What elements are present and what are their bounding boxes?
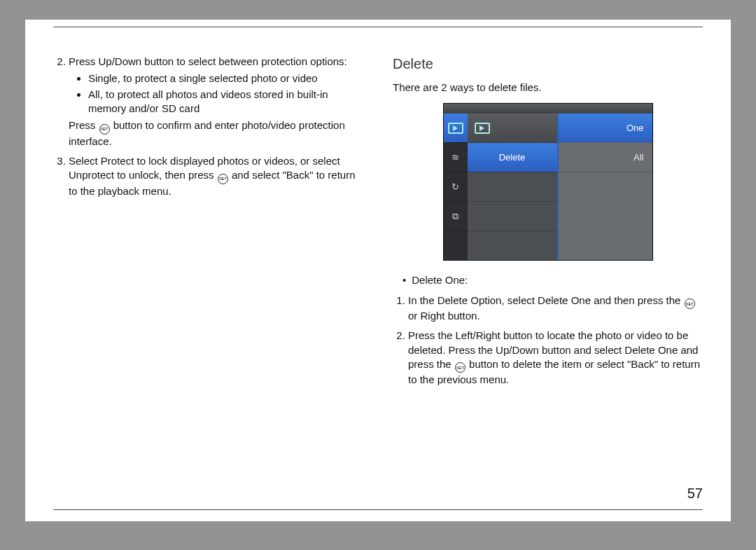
menu-mid-delete: Delete	[468, 143, 557, 172]
set-icon: SET	[99, 124, 110, 135]
step-2-intro: Press Up/Down button to select between p…	[69, 55, 347, 67]
step-2-after-a: Press	[69, 119, 99, 131]
manual-page: Press Up/Down button to select between p…	[25, 20, 731, 521]
playback-tab-icon	[444, 114, 468, 143]
menu-mid-empty-1	[468, 172, 557, 202]
menu-option-all: All	[559, 143, 653, 172]
menu-option-one: One	[559, 114, 653, 143]
step-2-after-b: button to confirm and enter photo/video …	[69, 119, 345, 147]
step-2: Press Up/Down button to select between p…	[69, 55, 363, 149]
bottom-rule	[53, 509, 703, 510]
left-steps: Press Up/Down button to select between p…	[53, 55, 363, 198]
delete-one-label: Delete One:	[412, 273, 468, 287]
delete-one-steps: In the Delete Option, select Delete One …	[393, 294, 703, 387]
step-3: Select Protect to lock displayed photos …	[69, 154, 363, 198]
delete-heading: Delete	[393, 55, 703, 74]
menu-right-fill	[559, 172, 653, 256]
content-columns: Press Up/Down button to select between p…	[53, 55, 703, 493]
delete-step-1: In the Delete Option, select Delete One …	[408, 294, 703, 324]
delete-step-1-b: or Right button.	[408, 310, 480, 322]
set-icon: SET	[455, 362, 465, 373]
bullet-all: All, to protect all photos and videos st…	[88, 88, 363, 116]
set-icon: SET	[218, 174, 228, 184]
delete-step-2: Press the Left/Right button to locate th…	[408, 329, 703, 387]
menu-topbar	[444, 104, 652, 114]
delete-intro: There are 2 ways to delete files.	[393, 81, 703, 95]
delete-one-bullet: Delete One:	[402, 273, 703, 287]
step-2-after: Press SET button to confirm and enter ph…	[69, 118, 363, 149]
sidebar-icon-2: ≋	[444, 143, 468, 172]
menu-mid-header	[468, 114, 557, 143]
option-one-label: One	[626, 122, 644, 135]
menu-middle: Delete	[468, 114, 557, 260]
set-icon: SET	[685, 298, 695, 309]
bullet-dot-icon	[402, 273, 406, 287]
step-2-bullets: Single, to protect a single selected pho…	[69, 71, 363, 116]
right-column: Delete There are 2 ways to delete files.…	[393, 55, 703, 493]
bullet-single: Single, to protect a single selected pho…	[88, 71, 363, 85]
play-icon	[448, 123, 463, 134]
camera-menu-screenshot: ≋ ↻ ⧉ Delete One All	[443, 103, 653, 261]
left-column: Press Up/Down button to select between p…	[53, 55, 363, 493]
sidebar-icon-3: ↻	[444, 172, 468, 202]
menu-mid-empty-2	[468, 202, 557, 231]
delete-step-1-a: In the Delete Option, select Delete One …	[408, 294, 684, 306]
page-number: 57	[687, 486, 703, 502]
top-rule	[53, 27, 703, 27]
menu-sidebar: ≋ ↻ ⧉	[444, 114, 468, 260]
play-icon	[475, 123, 490, 134]
menu-right: One All	[557, 114, 653, 260]
sidebar-icon-4: ⧉	[444, 202, 468, 231]
